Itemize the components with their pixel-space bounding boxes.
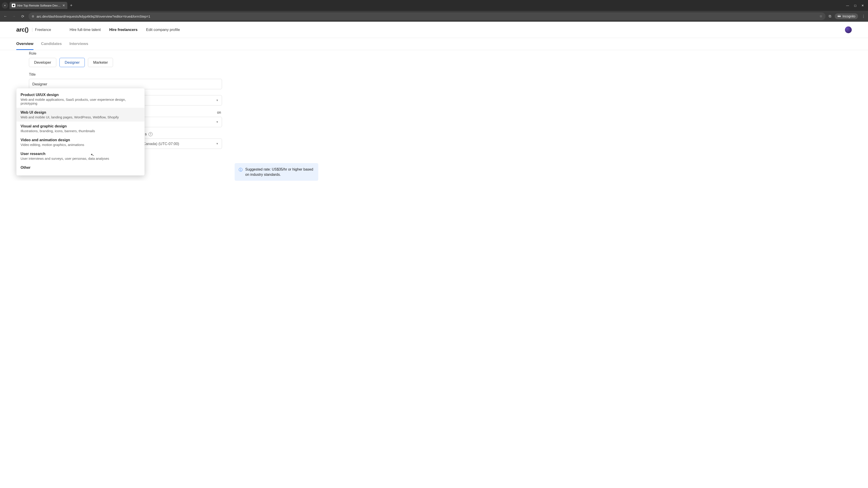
site-header: arc() Freelance Hire full-time talent Hi… <box>0 22 868 38</box>
role-marketer[interactable]: Marketer <box>88 58 113 67</box>
dropdown-item-product-uiux[interactable]: Product UI/UX design Web and mobile appl… <box>17 90 145 108</box>
title-dropdown: Product UI/UX design Web and mobile appl… <box>16 88 145 175</box>
bookmark-star-icon[interactable]: ☆ <box>819 14 822 18</box>
nav-edit-company[interactable]: Edit company profile <box>146 28 180 32</box>
title-input[interactable] <box>29 79 222 89</box>
logo[interactable]: arc() <box>16 26 29 33</box>
tab-candidates[interactable]: Candidates <box>41 38 62 50</box>
chevron-down-icon: ▼ <box>216 142 219 145</box>
close-tab-icon[interactable]: ✕ <box>62 4 65 7</box>
address-bar[interactable]: ⚙ arc.dev/dashboard/requests/kdyp4k9q28/… <box>29 12 826 20</box>
top-nav: Hire full-time talent Hire freelancers E… <box>70 28 180 32</box>
extensions-icon[interactable]: ⧉ <box>829 14 831 18</box>
avatar[interactable] <box>845 26 852 33</box>
nav-hire-fulltime[interactable]: Hire full-time talent <box>70 28 101 32</box>
chevron-down-icon: ▾ <box>4 4 6 7</box>
tab-interviews[interactable]: Interviews <box>69 38 88 50</box>
kebab-menu-icon[interactable]: ⋮ <box>862 14 865 19</box>
tab-title: Hire Top Remote Software Dev… <box>17 4 61 7</box>
close-window-icon[interactable]: ✕ <box>862 4 864 7</box>
role-designer[interactable]: Designer <box>59 58 85 67</box>
site-info-icon[interactable]: ⚙ <box>32 15 34 18</box>
browser-toolbar: ← → ⟳ ⚙ arc.dev/dashboard/requests/kdyp4… <box>0 11 868 22</box>
maximize-icon[interactable]: ◻ <box>854 4 857 7</box>
browser-tab-strip: ▾ ✱ Hire Top Remote Software Dev… ✕ + — … <box>0 0 868 11</box>
dropdown-item-other[interactable]: Other <box>17 163 145 172</box>
role-label: Role <box>29 52 222 56</box>
chevron-down-icon: ▼ <box>216 99 219 102</box>
incognito-chip[interactable]: 🕶 Incognito <box>835 13 858 19</box>
dropdown-item-visual-graphic[interactable]: Visual and graphic design Illustrations,… <box>17 122 145 135</box>
browser-tab[interactable]: ✱ Hire Top Remote Software Dev… ✕ <box>9 2 67 9</box>
title-label: Title <box>29 72 222 76</box>
url-text: arc.dev/dashboard/requests/kdyp4k9q28/ov… <box>37 14 817 18</box>
tab-overview[interactable]: Overview <box>16 38 33 50</box>
minimize-icon[interactable]: — <box>846 4 849 7</box>
tab-search-button[interactable]: ▾ <box>2 2 8 8</box>
new-tab-button[interactable]: + <box>67 2 75 9</box>
rate-tip: ⓘ Suggested rate: US$35/hr or higher bas… <box>235 163 318 181</box>
timezone-value: Canada) (UTC-07:00) <box>143 142 179 146</box>
sub-tabs: Overview Candidates Interviews <box>0 38 868 50</box>
help-icon[interactable]: ? <box>149 132 153 136</box>
role-developer[interactable]: Developer <box>29 58 56 67</box>
tip-text: Suggested rate: US$35/hr or higher based… <box>245 167 314 177</box>
back-button[interactable]: ← <box>3 14 8 18</box>
chevron-down-icon: ▼ <box>216 121 219 124</box>
dropdown-item-user-research[interactable]: User research User interviews and survey… <box>17 149 145 163</box>
site-favicon: ✱ <box>12 4 16 7</box>
sub-brand: Freelance <box>32 28 51 32</box>
role-options: Developer Designer Marketer <box>29 58 222 67</box>
form-column: Role Developer Designer Marketer Title ▼… <box>16 50 222 181</box>
incognito-label: Incognito <box>842 14 855 18</box>
dropdown-item-video-animation[interactable]: Video and animation design Video editing… <box>17 135 145 149</box>
incognito-icon: 🕶 <box>837 14 841 18</box>
forward-button: → <box>11 14 17 18</box>
field-label-fragment: on <box>217 110 221 115</box>
dropdown-item-web-ui[interactable]: Web UI design Web and mobile UI, landing… <box>17 108 145 122</box>
side-column: ⓘ Suggested rate: US$35/hr or higher bas… <box>235 50 318 181</box>
nav-hire-freelancers[interactable]: Hire freelancers <box>110 28 138 32</box>
reload-button[interactable]: ⟳ <box>20 14 25 19</box>
info-icon: ⓘ <box>239 167 243 177</box>
